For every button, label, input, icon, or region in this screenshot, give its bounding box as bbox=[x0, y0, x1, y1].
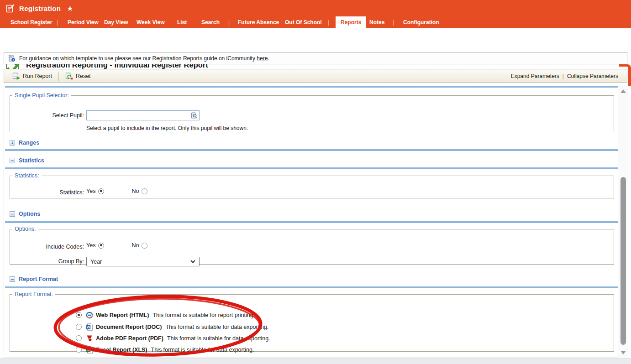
favorite-star-icon[interactable]: ★ bbox=[67, 4, 73, 13]
page-header: Registration Reporting - Individual Regi… bbox=[0, 28, 631, 52]
report-format-section-label: Report Format bbox=[19, 276, 58, 282]
options-section-header[interactable]: − Options bbox=[10, 211, 40, 217]
section-divider-line bbox=[5, 149, 618, 151]
statistics-fieldset: Statistics: Statistics: Yes No bbox=[10, 172, 614, 198]
nav-out-of-school[interactable]: Out Of School bbox=[285, 16, 322, 28]
orange-edge-artifact bbox=[619, 64, 631, 86]
app-title: Registration bbox=[19, 5, 61, 12]
registration-clipboard-icon bbox=[6, 4, 15, 13]
nav-day-view[interactable]: Day View bbox=[104, 16, 128, 28]
format-option-web-html: Web Report (HTML) This format is suitabl… bbox=[76, 311, 255, 319]
single-pupil-selector-fieldset: Single Pupil Selector: Select Pupil: Sel… bbox=[10, 92, 614, 132]
statistics-no-radio[interactable] bbox=[142, 188, 147, 194]
select-pupil-label: Select Pupil: bbox=[10, 112, 84, 119]
options-section-label: Options bbox=[19, 211, 40, 217]
options-legend: Options: bbox=[12, 226, 38, 232]
excel-report-radio[interactable] bbox=[76, 347, 82, 353]
include-codes-label: Include Codes: bbox=[10, 244, 84, 250]
word-document-icon: W bbox=[86, 323, 93, 331]
statistics-yes-label: Yes bbox=[86, 188, 95, 194]
report-format-legend: Report Format: bbox=[12, 291, 55, 297]
ranges-section-header[interactable]: + Ranges bbox=[10, 140, 39, 146]
internet-explorer-icon bbox=[86, 312, 93, 319]
pupil-search-icon[interactable] bbox=[190, 111, 198, 120]
run-report-button[interactable]: Run Report bbox=[10, 73, 55, 80]
run-report-icon bbox=[12, 73, 20, 80]
collapse-minus-icon[interactable]: − bbox=[10, 158, 15, 163]
statistics-section-header[interactable]: − Statistics bbox=[10, 157, 44, 164]
format-option-document-doc: W Document Report (DOC) This format is s… bbox=[76, 323, 268, 331]
web-report-radio[interactable] bbox=[76, 312, 82, 318]
report-format-section-header[interactable]: − Report Format bbox=[10, 276, 58, 282]
collapse-minus-icon[interactable]: − bbox=[10, 276, 15, 282]
include-codes-no-label: No bbox=[131, 242, 139, 249]
collapse-parameters-link[interactable]: Collapse Parameters bbox=[567, 73, 618, 79]
section-divider-line bbox=[5, 86, 618, 88]
reset-button[interactable]: Reset bbox=[63, 73, 94, 80]
report-toolbar: Run Report Reset Expand Parameters | Col… bbox=[4, 69, 627, 83]
nav-school-register[interactable]: School Register bbox=[11, 16, 52, 28]
svg-text:!: ! bbox=[13, 57, 14, 62]
single-pupil-selector-legend: Single Pupil Selector: bbox=[12, 92, 71, 99]
format-option-adobe-pdf: Adobe PDF Report (PDF) This format is su… bbox=[76, 334, 270, 342]
nav-week-view[interactable]: Week View bbox=[137, 16, 165, 28]
section-divider-line bbox=[5, 221, 618, 223]
statistics-section-label: Statistics bbox=[19, 157, 44, 164]
statistics-radio-group: Yes No bbox=[86, 188, 147, 194]
select-pupil-field bbox=[86, 110, 200, 120]
format-option-excel-xls: X Excel Report (XLS) This format is suit… bbox=[76, 346, 254, 354]
statistics-yes-radio[interactable] bbox=[98, 188, 104, 194]
ranges-section-label: Ranges bbox=[19, 140, 39, 146]
nav-period-view[interactable]: Period View bbox=[68, 16, 99, 28]
parameter-links-separator: | bbox=[563, 73, 564, 79]
select-pupil-help-text: Select a pupil to include in the report.… bbox=[86, 125, 248, 131]
include-codes-no-radio[interactable] bbox=[142, 243, 147, 249]
select-pupil-input[interactable] bbox=[87, 111, 190, 120]
pdf-report-radio[interactable] bbox=[76, 335, 82, 341]
nav-future-absence[interactable]: Future Absence bbox=[238, 16, 279, 28]
group-by-label: Group By: bbox=[10, 258, 84, 265]
section-divider-line bbox=[5, 167, 618, 169]
report-parameters-panel: Single Pupil Selector: Select Pupil: Sel… bbox=[4, 86, 627, 358]
options-fieldset: Options: Include Codes: Yes No Group By:… bbox=[10, 226, 614, 265]
nav-list[interactable]: List bbox=[177, 16, 187, 28]
guidance-text: For guidance on which template to use pl… bbox=[19, 55, 269, 62]
parameter-links: Expand Parameters | Collapse Parameters bbox=[511, 69, 618, 83]
statistics-label: Statistics: bbox=[10, 189, 84, 196]
group-by-select[interactable]: Year bbox=[86, 257, 200, 266]
nav-configuration[interactable]: Configuration bbox=[403, 16, 439, 28]
expand-parameters-link[interactable]: Expand Parameters bbox=[511, 73, 559, 79]
statistics-no-label: No bbox=[131, 188, 139, 194]
scrollbar-thumb[interactable] bbox=[620, 177, 626, 345]
group-by-value: Year bbox=[90, 259, 102, 265]
vertical-scrollbar bbox=[618, 86, 628, 358]
scroll-up-arrow-icon[interactable] bbox=[620, 89, 626, 93]
nav-separator: | bbox=[57, 16, 58, 28]
expand-plus-icon[interactable]: + bbox=[10, 140, 15, 146]
scroll-down-arrow-icon[interactable] bbox=[620, 351, 626, 354]
toolbar-divider bbox=[58, 72, 59, 81]
guidance-info-bar: ! For guidance on which template to use … bbox=[4, 52, 627, 64]
statistics-legend: Statistics: bbox=[12, 172, 42, 179]
nav-reports-active-tab[interactable]: Reports bbox=[336, 16, 366, 28]
nav-separator: | bbox=[228, 16, 230, 28]
nav-separator: | bbox=[393, 16, 394, 28]
nav-notes[interactable]: Notes bbox=[369, 16, 384, 28]
collapse-minus-icon[interactable]: − bbox=[10, 211, 15, 217]
module-navbar: School Register | Period View Day View W… bbox=[0, 16, 631, 28]
info-book-icon: ! bbox=[8, 55, 16, 62]
include-codes-yes-radio[interactable] bbox=[98, 243, 104, 249]
include-codes-radio-group: Yes No bbox=[86, 242, 147, 249]
section-divider-line bbox=[5, 286, 618, 288]
nav-separator: | bbox=[328, 16, 329, 28]
report-format-fieldset: Report Format: Web Report (HTML) This fo… bbox=[10, 291, 614, 352]
bottom-strip bbox=[0, 359, 631, 364]
chevron-down-icon bbox=[190, 260, 195, 263]
svg-text:X: X bbox=[87, 347, 90, 352]
document-report-radio[interactable] bbox=[76, 324, 82, 330]
include-codes-yes-label: Yes bbox=[86, 242, 95, 249]
icommunity-here-link[interactable]: here bbox=[257, 55, 268, 62]
svg-text:W: W bbox=[86, 324, 90, 329]
nav-search[interactable]: Search bbox=[201, 16, 220, 28]
reset-icon bbox=[65, 73, 73, 80]
